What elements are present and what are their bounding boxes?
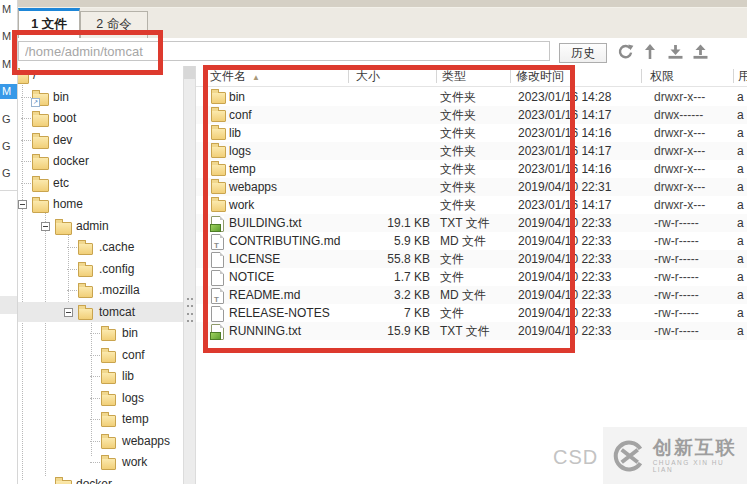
column-header-mtime[interactable]: 修改时间 [516, 66, 564, 86]
folder-icon [101, 329, 116, 341]
file-name-cell: RUNNING.txt [229, 322, 301, 340]
folder-icon [211, 128, 226, 140]
side-strip-item[interactable]: M [0, 84, 17, 99]
file-perms-cell: drwxr-x--- [654, 160, 705, 178]
table-row[interactable]: lib文件夹2023/01/16 14:16drwxr-x---a [196, 124, 747, 142]
tab-commands[interactable]: 2 命令 [80, 11, 148, 38]
upload-icon[interactable] [691, 43, 709, 61]
left-clipped-panel: MMMMGGG [0, 0, 18, 484]
file-owner-cell: a [737, 178, 744, 196]
tree-connector-stub [90, 355, 100, 356]
file-perms-cell: drwxr-x--- [654, 196, 705, 214]
md-file-icon [211, 234, 224, 250]
tree-node-label: conf [122, 348, 145, 362]
table-row[interactable]: CONTRIBUTING.md5.9 KBMD 文件2019/04/10 22:… [196, 232, 747, 250]
file-size-cell: 3.2 KB [352, 286, 430, 304]
left-panel-divider [0, 190, 17, 191]
tree-node-etc[interactable]: etc [18, 174, 183, 194]
tree-node-/[interactable]: / [18, 66, 183, 86]
tree-node-admin[interactable]: admin [18, 217, 183, 237]
tree-node-docker[interactable]: docker [18, 475, 183, 484]
side-strip-item[interactable]: G [0, 112, 17, 127]
table-row[interactable]: logs文件夹2023/01/16 14:17drwxr-x---a [196, 142, 747, 160]
tree-node-docker[interactable]: docker [18, 152, 183, 172]
table-row[interactable]: RELEASE-NOTES7 KB文件2019/04/10 22:33-rw-r… [196, 304, 747, 322]
tree-node-bin[interactable]: bin [18, 324, 183, 344]
table-row[interactable]: NOTICE1.7 KB文件2019/04/10 22:33-rw-r-----… [196, 268, 747, 286]
table-row[interactable]: BUILDING.txt19.1 KBTXT 文件2019/04/10 22:3… [196, 214, 747, 232]
table-row[interactable]: conf文件夹2023/01/16 14:17drwx------a [196, 106, 747, 124]
file-owner-cell: a [737, 232, 744, 250]
column-separator [348, 69, 349, 83]
tree-node-boot[interactable]: boot [18, 109, 183, 129]
table-row[interactable]: bin文件夹2023/01/16 14:28drwxr-x---a [196, 88, 747, 106]
folder-icon [211, 200, 226, 212]
tree-expander-minus-icon[interactable] [41, 222, 50, 231]
tree-node-dot-cache[interactable]: .cache [18, 238, 183, 258]
refresh-icon[interactable] [616, 43, 634, 61]
table-row[interactable]: README.md3.2 KBMD 文件2019/04/10 22:33-rw-… [196, 286, 747, 304]
table-row[interactable]: work文件夹2023/01/16 14:17drwxr-x---a [196, 196, 747, 214]
tree-node-dot-config[interactable]: .config [18, 260, 183, 280]
sort-asc-icon: ▲ [252, 73, 260, 82]
tree-node-label: / [33, 68, 36, 82]
file-perms-cell: -rw-r----- [654, 268, 699, 286]
tree-expander-minus-icon[interactable] [18, 200, 27, 209]
file-mtime-cell: 2019/04/10 22:33 [518, 322, 611, 340]
tree-connector-stub [67, 269, 77, 270]
side-strip-item[interactable]: M [0, 57, 17, 72]
folder-icon [55, 222, 72, 235]
tree-expander-minus-icon[interactable] [64, 308, 73, 317]
toolbar-icons [616, 42, 709, 62]
tree-node-dot-mozilla[interactable]: .mozilla [18, 281, 183, 301]
directory-tree: /↗binbootdevdockeretchomeadmin.cache.con… [18, 66, 183, 484]
tree-connector-stub [90, 441, 100, 442]
file-perms-cell: -rw-r----- [654, 322, 699, 340]
tree-node-lib[interactable]: lib [18, 367, 183, 387]
panel-splitter[interactable] [183, 66, 196, 484]
tree-node-webapps[interactable]: webapps [18, 432, 183, 452]
splitter-grip-dots [187, 298, 193, 322]
tree-node-work[interactable]: work [18, 453, 183, 473]
file-mtime-cell: 2023/01/16 14:16 [518, 160, 611, 178]
column-header-type[interactable]: 类型 [442, 66, 466, 86]
table-row[interactable]: temp文件夹2023/01/16 14:16drwxr-x---a [196, 160, 747, 178]
history-button[interactable]: 历史 [559, 43, 607, 63]
tab-files[interactable]: 1 文件 [18, 8, 80, 38]
side-strip-item[interactable]: G [0, 166, 17, 181]
tree-node-home[interactable]: home [18, 195, 183, 215]
tree-node-dev[interactable]: dev [18, 131, 183, 151]
file-perms-cell: drwxr-x--- [654, 178, 705, 196]
table-row[interactable]: webapps文件夹2019/04/10 22:31drwxr-x---a [196, 178, 747, 196]
file-mtime-cell: 2019/04/10 22:33 [518, 268, 611, 286]
tree-node-logs[interactable]: logs [18, 389, 183, 409]
file-owner-cell: a [737, 286, 744, 304]
folder-icon [101, 458, 116, 470]
splitter-collapse-handle[interactable] [184, 66, 195, 79]
file-mtime-cell: 2023/01/16 14:17 [518, 196, 611, 214]
column-header-size[interactable]: 大小 [356, 66, 380, 86]
path-input[interactable] [18, 41, 550, 61]
tree-node-bin[interactable]: ↗bin [18, 88, 183, 108]
chuangxin-logo-icon [611, 438, 647, 474]
tree-node-tomcat[interactable]: tomcat [18, 303, 183, 323]
column-header-owner[interactable]: 用 [738, 66, 747, 86]
column-header-name[interactable]: 文件名▲ [210, 66, 260, 86]
file-name-cell: BUILDING.txt [229, 214, 302, 232]
table-row[interactable]: LICENSE55.8 KB文件2019/04/10 22:33-rw-r---… [196, 250, 747, 268]
side-strip-item[interactable]: M [0, 29, 17, 44]
column-header-perms[interactable]: 权限 [650, 66, 674, 86]
file-mtime-cell: 2019/04/10 22:33 [518, 286, 611, 304]
watermark-logo-title: 创新互联 [653, 438, 747, 458]
tree-node-conf[interactable]: conf [18, 346, 183, 366]
up-arrow-icon[interactable] [641, 43, 659, 61]
tree-node-label: .mozilla [99, 283, 140, 297]
file-mtime-cell: 2019/04/10 22:33 [518, 304, 611, 322]
side-strip-item[interactable]: M [0, 2, 17, 17]
watermark-logo-subtitle: CHUANG XIN HU LIAN [653, 459, 747, 473]
table-row[interactable]: RUNNING.txt15.9 KBTXT 文件2019/04/10 22:33… [196, 322, 747, 340]
tree-node-temp[interactable]: temp [18, 410, 183, 430]
side-strip-item[interactable]: G [0, 139, 17, 154]
folder-icon [101, 351, 116, 363]
download-icon[interactable] [666, 43, 684, 61]
